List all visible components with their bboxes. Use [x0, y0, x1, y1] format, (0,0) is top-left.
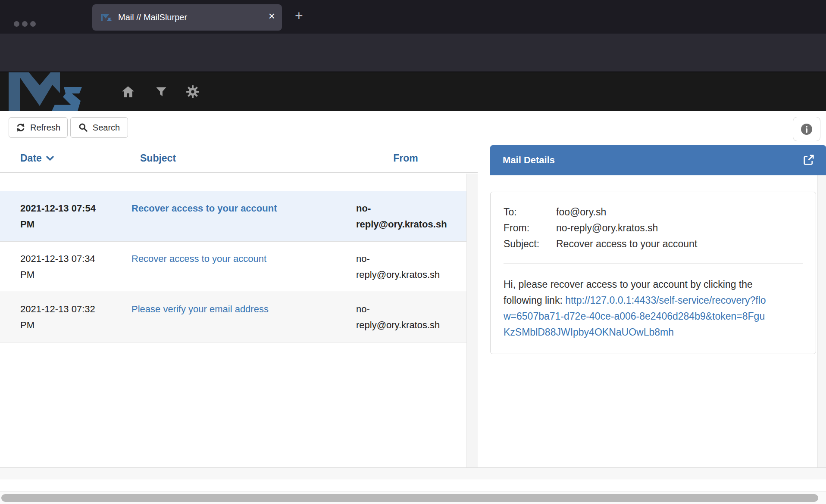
column-header-subject[interactable]: Subject: [140, 152, 176, 164]
search-button[interactable]: Search: [70, 117, 128, 138]
window-zoom-dot[interactable]: [30, 21, 36, 27]
home-icon[interactable]: [121, 84, 135, 99]
subject-value: Recover access to your account: [556, 236, 697, 252]
mail-subject-link[interactable]: Recover access to your account: [111, 200, 345, 232]
list-scrollbar-track[interactable]: [466, 174, 478, 467]
mail-from: no-reply@ory.kratos.sh: [345, 251, 466, 283]
mail-from: no-reply@ory.kratos.sh: [345, 301, 466, 333]
subject-header-label: Subject: [140, 152, 176, 164]
mail-row-selected[interactable]: 2021-12-13 07:54 PM Recover access to yo…: [0, 191, 466, 241]
sort-chevron-down-icon: [46, 156, 54, 161]
details-divider: [504, 263, 803, 264]
from-value: no-reply@ory.kratos.sh: [556, 220, 658, 236]
info-button[interactable]: [793, 117, 820, 141]
window-close-dot[interactable]: [14, 21, 19, 27]
browser-tab-bar: Mail // MailSlurper × +: [0, 0, 826, 34]
mailslurper-logo[interactable]: [9, 72, 82, 111]
mail-row[interactable]: 2021-12-13 07:34 PM Recover access to yo…: [0, 241, 466, 292]
mail-details-header: Mail Details: [490, 145, 826, 175]
date-header-label: Date: [20, 152, 42, 164]
from-header-label: From: [393, 152, 418, 164]
table-header-divider: [0, 172, 478, 173]
search-label: Search: [93, 123, 120, 133]
mail-row[interactable]: 2021-12-13 07:32 PM Please verify your e…: [0, 292, 466, 342]
window-minimize-dot[interactable]: [22, 21, 28, 27]
info-icon: [800, 123, 813, 136]
to-label: To:: [504, 204, 556, 220]
detail-subject-row: Subject: Recover access to your account: [504, 236, 803, 252]
refresh-icon: [16, 123, 25, 132]
mail-list: 2021-12-13 07:54 PM Recover access to yo…: [0, 191, 466, 342]
refresh-label: Refresh: [30, 123, 60, 133]
mailslurper-favicon: [101, 14, 112, 22]
tab-close-icon[interactable]: ×: [269, 9, 275, 23]
footer-gray-strip: [0, 468, 826, 479]
mail-date: 2021-12-13 07:32 PM: [0, 301, 111, 333]
mail-date: 2021-12-13 07:34 PM: [0, 251, 111, 283]
browser-toolbar: ← → 127.0.0.1:4436/# 90% ☆ »: [0, 34, 826, 72]
detail-from-row: From: no-reply@ory.kratos.sh: [504, 220, 803, 236]
from-label: From:: [504, 220, 556, 236]
mail-from: no-reply@ory.kratos.sh: [345, 200, 466, 232]
mail-date: 2021-12-13 07:54 PM: [0, 200, 111, 232]
mail-details-card: To: foo@ory.sh From: no-reply@ory.kratos…: [490, 192, 816, 354]
new-tab-button[interactable]: +: [295, 8, 303, 24]
gear-icon[interactable]: [185, 84, 200, 99]
search-icon: [78, 123, 88, 132]
detail-to-row: To: foo@ory.sh: [504, 204, 803, 220]
to-value: foo@ory.sh: [556, 204, 606, 220]
browser-tab[interactable]: Mail // MailSlurper ×: [92, 4, 282, 31]
subject-label: Subject:: [504, 236, 556, 252]
mail-details-title: Mail Details: [503, 155, 555, 166]
column-header-date[interactable]: Date: [20, 152, 54, 164]
mail-subject-link[interactable]: Recover access to your account: [111, 251, 345, 283]
mailslurper-header: [0, 72, 826, 111]
tab-title: Mail // MailSlurper: [118, 12, 187, 22]
footer-white-strip: [0, 479, 826, 492]
mail-subject-link[interactable]: Please verify your email address: [111, 301, 345, 333]
column-header-from[interactable]: From: [345, 152, 466, 164]
refresh-button[interactable]: Refresh: [9, 117, 68, 138]
horizontal-scrollbar-thumb[interactable]: [1, 494, 818, 502]
details-scrollbar-track[interactable]: [817, 175, 826, 467]
mail-body: Hi, please recover access to your accoun…: [504, 277, 771, 340]
open-external-icon[interactable]: [802, 154, 815, 167]
filter-icon[interactable]: [155, 86, 167, 98]
